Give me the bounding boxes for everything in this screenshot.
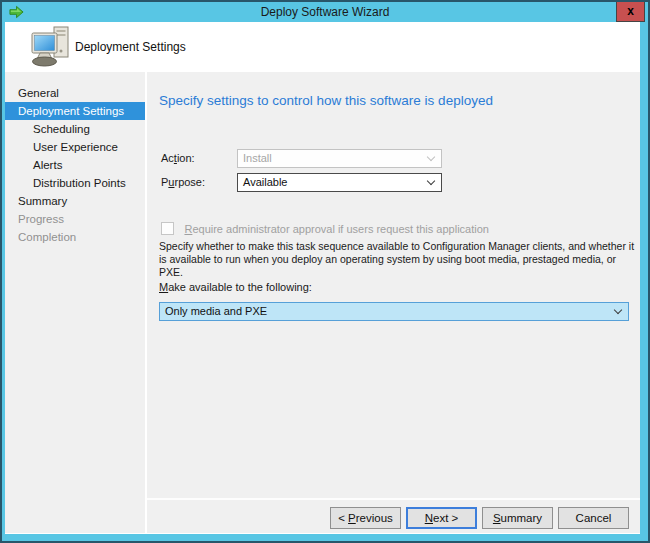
require-approval-row: Require administrator approval if users … — [161, 219, 489, 233]
deploy-software-wizard-window: Deploy Software Wizard x — [0, 0, 650, 543]
window-client-area: Deployment Settings General Deployment S… — [5, 22, 640, 534]
sidebar-item-general[interactable]: General — [5, 84, 145, 102]
purpose-label: Purpose: — [161, 176, 205, 188]
chevron-down-icon — [614, 306, 622, 314]
window-title: Deploy Software Wizard — [261, 5, 390, 19]
make-available-select-value: Only media and PXE — [165, 305, 267, 317]
sidebar-item-distribution-points[interactable]: Distribution Points — [5, 174, 145, 192]
sidebar-item-deployment-settings[interactable]: Deployment Settings — [5, 102, 145, 120]
action-label: Action: — [161, 152, 195, 164]
sidebar-item-user-experience[interactable]: User Experience — [5, 138, 145, 156]
wizard-nav-sidebar: General Deployment Settings Scheduling U… — [5, 72, 145, 533]
make-available-select[interactable]: Only media and PXE — [159, 302, 629, 321]
wizard-body: General Deployment Settings Scheduling U… — [5, 72, 640, 533]
sidebar-item-progress: Progress — [5, 210, 145, 228]
purpose-select[interactable]: Available — [237, 173, 442, 192]
previous-button[interactable]: < Previous — [330, 507, 401, 529]
wizard-button-row: < Previous Next > Summary Cancel — [330, 507, 629, 529]
sidebar-item-completion: Completion — [5, 228, 145, 246]
cancel-button[interactable]: Cancel — [558, 507, 629, 529]
action-select-value: Install — [243, 152, 272, 164]
summary-button[interactable]: Summary — [482, 507, 553, 529]
make-available-label: Make available to the following: — [159, 281, 312, 293]
wizard-app-icon — [9, 5, 24, 19]
sidebar-item-scheduling[interactable]: Scheduling — [5, 120, 145, 138]
action-select: Install — [237, 149, 442, 168]
footer-separator — [147, 498, 640, 500]
purpose-select-value: Available — [243, 176, 287, 188]
computer-icon — [30, 26, 72, 68]
require-approval-label: Require administrator approval if users … — [184, 223, 489, 235]
chevron-down-icon — [427, 177, 435, 185]
sidebar-item-summary[interactable]: Summary — [5, 192, 145, 210]
titlebar[interactable]: Deploy Software Wizard x — [2, 2, 648, 22]
page-title: Deployment Settings — [75, 22, 186, 72]
page-heading: Specify settings to control how this sof… — [159, 93, 630, 108]
next-button[interactable]: Next > — [406, 507, 477, 529]
close-button[interactable]: x — [616, 2, 645, 22]
wizard-page-content: Specify settings to control how this sof… — [147, 72, 640, 533]
sidebar-item-alerts[interactable]: Alerts — [5, 156, 145, 174]
require-approval-checkbox — [161, 222, 174, 235]
wizard-header: Deployment Settings — [5, 22, 640, 72]
close-icon: x — [627, 4, 634, 18]
chevron-down-icon — [427, 153, 435, 161]
task-sequence-description: Specify whether to make this task sequen… — [159, 240, 639, 279]
